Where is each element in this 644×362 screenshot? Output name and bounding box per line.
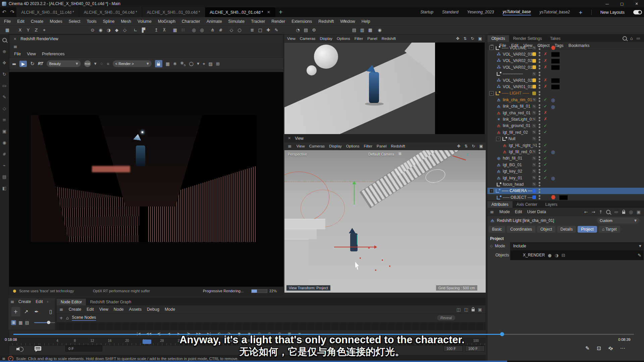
add-button[interactable]: +: [11, 307, 20, 317]
extra-tag-icon[interactable]: [551, 98, 555, 103]
node-menu-item[interactable]: Create: [69, 307, 82, 312]
layer-color-chip[interactable]: [532, 59, 536, 63]
rail-icon[interactable]: ▭: [2, 83, 6, 88]
layer-color-chip[interactable]: [532, 157, 536, 160]
object-name[interactable]: link_StarLight_01: [503, 117, 534, 122]
menu-item[interactable]: Select: [69, 19, 80, 24]
enabled-state-icon[interactable]: [544, 162, 547, 167]
layer-color-chip[interactable]: [532, 111, 536, 115]
toolbar-icon[interactable]: □: [256, 26, 264, 34]
menu-item[interactable]: Character: [182, 19, 200, 24]
visibility-dots[interactable]: [539, 143, 540, 148]
search-icon[interactable]: [2, 38, 7, 42]
object-name[interactable]: VOL_VAR01_02: [503, 78, 532, 83]
view-label[interactable]: Perspective: [288, 152, 307, 156]
menu-item[interactable]: Mesh: [121, 19, 131, 24]
layer-color-chip[interactable]: [532, 176, 536, 180]
layout-tab[interactable]: ysTutorial_base: [503, 9, 531, 15]
more-options-icon[interactable]: ⋯: [620, 346, 625, 351]
object-tree-row[interactable]: lgt_BG_01: [487, 162, 644, 168]
object-tree-row[interactable]: lgt_key_02: [487, 168, 644, 174]
layer-color-chip[interactable]: [532, 189, 536, 193]
layer-color-chip[interactable]: [532, 182, 536, 186]
viewport-nav-icon[interactable]: ✥: [456, 37, 459, 41]
chevron-down-icon[interactable]: ▼: [197, 62, 199, 65]
viewport-nav-icon[interactable]: ⇅: [465, 144, 468, 148]
new-tab-button[interactable]: +: [279, 10, 283, 15]
layer-color-chip[interactable]: [532, 72, 536, 76]
enabled-state-icon[interactable]: [544, 78, 547, 82]
channel-badge[interactable]: RGB: [84, 60, 91, 67]
panel-tab[interactable]: Objects: [487, 35, 509, 42]
panel-tab[interactable]: Takes: [546, 35, 565, 42]
viewport-menu-item[interactable]: Filter: [355, 37, 363, 41]
panel-tab[interactable]: Axis Center: [513, 201, 541, 208]
node-menu-item[interactable]: Edit: [87, 307, 94, 312]
pop-out-icon[interactable]: ▣: [478, 307, 482, 312]
panel-tab[interactable]: Attributes: [487, 201, 513, 208]
layer-color-chip[interactable]: [532, 163, 536, 167]
visibility-dots[interactable]: [539, 176, 540, 181]
breadcrumb[interactable]: Scene Nodes: [72, 315, 96, 321]
viewport-menu-item[interactable]: Options: [337, 37, 350, 41]
shrink-icon[interactable]: ⇄: [607, 345, 614, 352]
rail-icon[interactable]: #: [3, 152, 6, 156]
object-tree-row[interactable]: ----- VOLUME -----: [487, 45, 644, 51]
add-image-icon[interactable]: ⊞: [216, 62, 220, 66]
reveal-search[interactable]: Reveal: [437, 315, 455, 320]
toolbar-icon[interactable]: X: [16, 26, 24, 34]
node-menu-icon[interactable]: ≡: [59, 307, 63, 312]
viewport-menu-item[interactable]: View: [287, 37, 296, 41]
menu-item[interactable]: Window: [340, 19, 355, 24]
attribute-tab[interactable]: Basic: [489, 226, 505, 233]
toolbar-icon[interactable]: ▦: [3, 26, 11, 34]
extra-tag-icon[interactable]: [551, 59, 560, 64]
rail-icon[interactable]: ◉: [2, 140, 6, 145]
toolbar-icon[interactable]: ◆: [113, 26, 121, 34]
visibility-dots[interactable]: [539, 195, 540, 200]
toolbar-icon[interactable]: ◑: [105, 26, 113, 34]
layer-color-chip[interactable]: [532, 124, 536, 128]
object-tree-row[interactable]: lgt_key_01: [487, 175, 644, 181]
chevron-down-icon[interactable]: ▼: [94, 62, 97, 65]
menu-item[interactable]: Edit: [17, 19, 24, 24]
extra-tag-icon[interactable]: [551, 78, 560, 83]
list-view-icon[interactable]: ≣: [11, 320, 16, 325]
menu-item[interactable]: Render: [271, 19, 285, 24]
rail-icon[interactable]: ⌁: [3, 163, 6, 168]
menu-item[interactable]: MoGraph: [158, 19, 175, 24]
menu-item[interactable]: Tracker: [251, 19, 265, 24]
toolbar-icon[interactable]: ⋔: [209, 26, 217, 34]
object-tree-row[interactable]: link_StarLight_01: [487, 116, 644, 122]
filter-icon[interactable]: ≔: [614, 210, 619, 214]
enabled-state-icon[interactable]: [544, 149, 547, 154]
rail-icon[interactable]: ≡: [3, 118, 6, 122]
viewport-nav-icon[interactable]: ▣: [478, 37, 482, 41]
object-name[interactable]: VOL_VAR01_01: [503, 84, 532, 89]
visibility-dots[interactable]: [539, 65, 540, 70]
circle-tool-icon[interactable]: ○: [189, 61, 194, 66]
layer-color-chip[interactable]: [532, 98, 536, 102]
attributes-menu-item[interactable]: Edit: [515, 209, 522, 214]
add-layout-button[interactable]: +: [579, 10, 583, 15]
visibility-dots[interactable]: [539, 72, 540, 77]
object-tree-row[interactable]: VOL_VAR01_01: [487, 83, 644, 90]
arrow-ne-icon[interactable]: ↗: [22, 307, 31, 316]
toolbar-icon[interactable]: ▥: [358, 26, 366, 34]
viewport-menu-item[interactable]: Display: [320, 37, 332, 41]
freeze-icon[interactable]: ❄: [173, 62, 177, 66]
viewport-menu-icon[interactable]: ≡: [288, 144, 292, 148]
panel-tab[interactable]: Node Editor: [57, 299, 86, 305]
nav-arrow-icon[interactable]: ←: [584, 210, 588, 214]
visibility-dots[interactable]: [539, 182, 540, 187]
object-name[interactable]: hdri_fill_01: [503, 156, 522, 161]
attributes-menu-item[interactable]: Mode: [499, 209, 510, 214]
toolbar-icon[interactable]: ⌖: [40, 26, 48, 34]
extra-tag-icon[interactable]: [551, 84, 560, 89]
menu-item[interactable]: Redshift: [318, 19, 334, 24]
viewport-menu-item[interactable]: Redshift: [391, 144, 405, 148]
document-tab[interactable]: ALCHE_X_SH0...01_04.c4d * ✕: [79, 7, 142, 17]
document-tab[interactable]: ALCHE_X_SH0...02_01.c4d * ✕: [205, 7, 275, 17]
menu-item[interactable]: Animate: [207, 19, 222, 24]
document-tab[interactable]: ALCHE_X_SH0...01_03.c4d * ✕: [142, 7, 205, 17]
